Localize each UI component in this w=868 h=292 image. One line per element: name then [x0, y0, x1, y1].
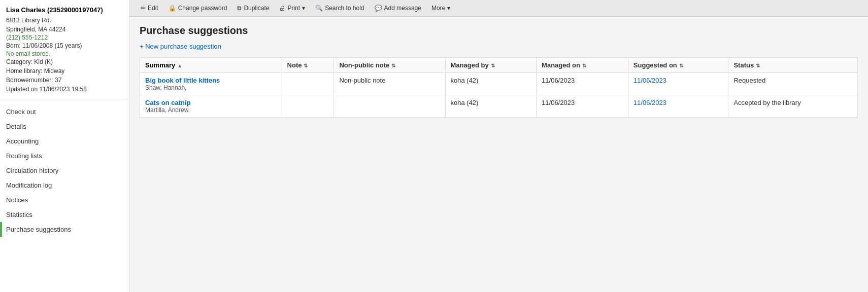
- page-content: Purchase suggestions + New purchase sugg…: [129, 17, 868, 126]
- cell-non-public-note: [334, 95, 445, 118]
- cell-managed-on: 11/06/2023: [537, 95, 628, 118]
- search-icon: 🔍: [315, 5, 323, 12]
- more-chevron-icon: ▾: [447, 5, 450, 12]
- toolbar: ✏ Edit 🔒 Change password ⧉ Duplicate 🖨 P…: [129, 0, 868, 17]
- message-icon: 💬: [375, 5, 382, 12]
- change-password-button[interactable]: 🔒 Change password: [164, 3, 231, 14]
- cell-summary: Big book of little kittensShaw, Hannah,: [140, 73, 282, 95]
- table-row: Big book of little kittensShaw, Hannah,N…: [140, 73, 858, 95]
- sidebar-item-accounting[interactable]: Accounting: [0, 134, 129, 149]
- book-title-link[interactable]: Cats on catnip: [145, 99, 277, 106]
- cell-status: Requested: [728, 73, 858, 95]
- cell-managed-on: 11/06/2023: [537, 73, 628, 95]
- table-body: Big book of little kittensShaw, Hannah,N…: [140, 73, 858, 118]
- sort-icon: ⇅: [491, 63, 495, 68]
- book-title-link[interactable]: Big book of little kittens: [145, 77, 277, 84]
- cell-suggested-on: 11/06/2023: [628, 95, 728, 118]
- sidebar-item-circulation-history[interactable]: Circulation history: [0, 163, 129, 178]
- col-header-non-public-note[interactable]: Non-public note ⇅: [334, 58, 445, 73]
- sidebar-item-notices[interactable]: Notices: [0, 193, 129, 207]
- col-header-managed-on[interactable]: Managed on ⇅: [537, 58, 628, 73]
- sidebar-item-statistics[interactable]: Statistics: [0, 207, 129, 222]
- patron-born: Born: 11/06/2008 (15 years): [0, 41, 129, 50]
- search-to-hold-button[interactable]: 🔍 Search to hold: [311, 3, 368, 14]
- patron-phone: (212) 555-1212: [0, 34, 129, 41]
- suggested-on-link[interactable]: 11/06/2023: [633, 99, 666, 106]
- patron-no-email: No email stored.: [0, 50, 129, 57]
- sort-icon: ⇅: [391, 63, 395, 68]
- col-header-managed-by[interactable]: Managed by ⇅: [445, 58, 537, 73]
- sort-icon: ▲: [177, 63, 182, 68]
- patron-borrower-number: Borrowernumber: 37: [0, 76, 129, 85]
- patron-address-line1: 6813 Library Rd.: [0, 16, 129, 25]
- sidebar-item-purchase-suggestions[interactable]: Purchase suggestions: [0, 222, 129, 237]
- col-header-note[interactable]: Note ⇅: [282, 58, 334, 73]
- suggested-on-link[interactable]: 11/06/2023: [633, 77, 666, 84]
- page-title: Purchase suggestions: [140, 25, 858, 36]
- cell-managed-by: koha (42): [445, 73, 537, 95]
- cell-managed-by: koha (42): [445, 95, 537, 118]
- sidebar-item-routing-lists[interactable]: Routing lists: [0, 149, 129, 163]
- cell-status: Accepted by the library: [728, 95, 858, 118]
- add-message-button[interactable]: 💬 Add message: [371, 3, 425, 14]
- patron-updated: Updated on 11/06/2023 19:58: [0, 85, 129, 94]
- pencil-icon: ✏: [141, 5, 146, 12]
- cell-note: [282, 73, 334, 95]
- sort-icon: ⇅: [756, 63, 760, 68]
- table-row: Cats on catnipMartilla, Andrew,koha (42)…: [140, 95, 858, 118]
- sidebar-item-details[interactable]: Details: [0, 119, 129, 134]
- sidebar-nav: Check outDetailsAccountingRouting listsC…: [0, 104, 129, 237]
- sidebar-item-check-out[interactable]: Check out: [0, 104, 129, 119]
- suggestions-table: Summary ▲Note ⇅Non-public note ⇅Managed …: [140, 57, 858, 118]
- col-header-summary[interactable]: Summary ▲: [140, 58, 282, 73]
- cell-note: [282, 95, 334, 118]
- main-content: ✏ Edit 🔒 Change password ⧉ Duplicate 🖨 P…: [129, 0, 868, 292]
- print-chevron-icon: ▾: [302, 5, 305, 12]
- book-author: Martilla, Andrew,: [145, 106, 277, 114]
- sort-icon: ⇅: [582, 63, 586, 68]
- cell-non-public-note: Non-public note: [334, 73, 445, 95]
- sort-icon: ⇅: [304, 63, 308, 68]
- lock-icon: 🔒: [169, 5, 176, 12]
- edit-button[interactable]: ✏ Edit: [137, 3, 162, 14]
- patron-home-library: Home library: Midway: [0, 66, 129, 76]
- sort-icon: ⇅: [679, 63, 683, 68]
- copy-icon: ⧉: [237, 5, 242, 12]
- print-icon: 🖨: [279, 5, 285, 12]
- cell-summary: Cats on catnipMartilla, Andrew,: [140, 95, 282, 118]
- sidebar-item-modification-log[interactable]: Modification log: [0, 178, 129, 193]
- col-header-status[interactable]: Status ⇅: [728, 58, 858, 73]
- more-button[interactable]: More ▾: [427, 3, 454, 14]
- patron-name: Lisa Charles (23529000197047): [0, 6, 129, 16]
- print-button[interactable]: 🖨 Print ▾: [275, 3, 309, 14]
- col-header-suggested-on[interactable]: Suggested on ⇅: [628, 58, 728, 73]
- patron-category: Category: Kid (K): [0, 57, 129, 66]
- table-header: Summary ▲Note ⇅Non-public note ⇅Managed …: [140, 58, 858, 73]
- patron-address-line2: Springfield, MA 44224: [0, 25, 129, 34]
- new-purchase-suggestion-link[interactable]: + New purchase suggestion: [140, 43, 221, 50]
- cell-suggested-on: 11/06/2023: [628, 73, 728, 95]
- sidebar: Lisa Charles (23529000197047) 6813 Libra…: [0, 0, 129, 292]
- duplicate-button[interactable]: ⧉ Duplicate: [233, 3, 273, 14]
- book-author: Shaw, Hannah,: [145, 84, 277, 91]
